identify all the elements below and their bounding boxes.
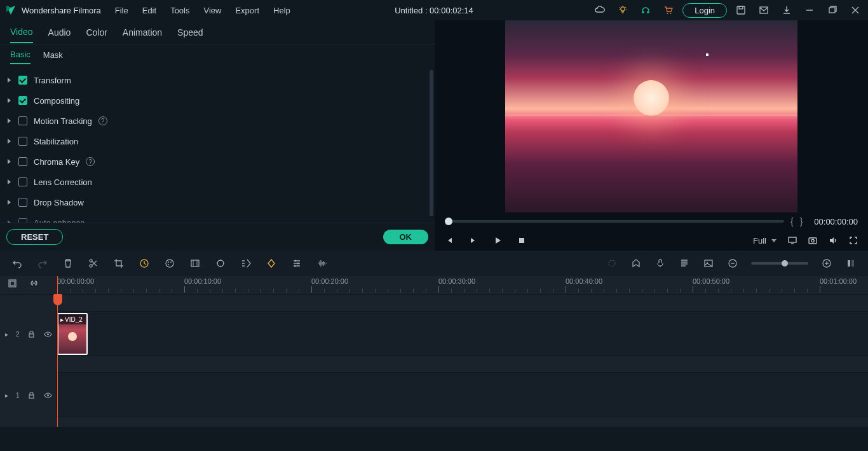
prop-motion-tracking[interactable]: Motion Tracking? bbox=[6, 111, 431, 131]
motion-icon[interactable] bbox=[215, 258, 226, 269]
quality-select[interactable]: Full bbox=[753, 236, 776, 246]
scrub-handle[interactable] bbox=[445, 218, 452, 225]
zoom-in-icon[interactable] bbox=[821, 258, 832, 269]
ok-button[interactable]: OK bbox=[383, 230, 429, 244]
prop-chroma-key[interactable]: Chroma Key? bbox=[6, 151, 431, 172]
menu-export[interactable]: Export bbox=[235, 6, 259, 15]
snapshot-icon[interactable] bbox=[808, 236, 817, 245]
speed-icon[interactable] bbox=[139, 258, 150, 269]
checkbox[interactable] bbox=[18, 157, 27, 166]
step-back-icon[interactable] bbox=[445, 236, 454, 245]
headset-icon[interactable] bbox=[637, 1, 654, 19]
tab-audio[interactable]: Audio bbox=[48, 22, 71, 43]
timeline-ruler[interactable]: 00:00:00:0000:00:10:0000:00:20:0000:00:3… bbox=[0, 276, 868, 295]
video-track-2[interactable]: ▸VID_2 bbox=[56, 312, 868, 356]
undo-icon[interactable] bbox=[11, 258, 23, 269]
zoom-slider[interactable] bbox=[751, 262, 808, 265]
prop-auto-enhance[interactable]: Auto enhance bbox=[6, 212, 431, 223]
prop-lens-correction[interactable]: Lens Correction bbox=[6, 172, 431, 192]
marker-icon[interactable] bbox=[630, 258, 642, 269]
subtab-mask[interactable]: Mask bbox=[43, 46, 63, 64]
subtab-basic[interactable]: Basic bbox=[10, 46, 31, 64]
expand-icon[interactable] bbox=[8, 98, 11, 103]
volume-icon[interactable] bbox=[829, 236, 837, 245]
voiceover-icon[interactable] bbox=[654, 258, 666, 269]
delete-icon[interactable] bbox=[62, 258, 74, 269]
scrollbar[interactable] bbox=[430, 70, 433, 216]
maximize-icon[interactable] bbox=[824, 1, 841, 19]
track-spacer[interactable] bbox=[56, 295, 868, 312]
color-icon[interactable] bbox=[164, 258, 175, 269]
clip[interactable]: ▸VID_2 bbox=[57, 313, 88, 355]
checkbox[interactable] bbox=[18, 198, 27, 207]
menu-view[interactable]: View bbox=[203, 6, 221, 15]
redo-icon[interactable] bbox=[37, 258, 48, 269]
zoom-handle[interactable] bbox=[782, 260, 788, 267]
save-icon[interactable] bbox=[732, 1, 750, 19]
mark-out-icon[interactable]: } bbox=[800, 216, 803, 226]
zoom-fit-icon[interactable] bbox=[845, 258, 857, 269]
split-icon[interactable] bbox=[88, 258, 99, 269]
audio-wave-icon[interactable] bbox=[316, 258, 328, 269]
expand-icon[interactable] bbox=[8, 78, 11, 83]
expand-icon[interactable] bbox=[8, 159, 11, 164]
mixer-icon[interactable] bbox=[679, 258, 690, 269]
picture-icon[interactable] bbox=[703, 258, 714, 269]
render-icon[interactable] bbox=[606, 258, 618, 269]
tab-color[interactable]: Color bbox=[86, 22, 107, 43]
checkbox[interactable] bbox=[18, 218, 27, 223]
eye-icon[interactable] bbox=[44, 330, 53, 338]
lock-icon[interactable] bbox=[27, 330, 36, 338]
preview-viewport[interactable] bbox=[435, 20, 868, 212]
checkbox[interactable] bbox=[18, 76, 27, 85]
expand-icon[interactable] bbox=[8, 220, 11, 223]
menu-tools[interactable]: Tools bbox=[170, 6, 189, 15]
stop-icon[interactable] bbox=[517, 236, 526, 245]
cloud-icon[interactable] bbox=[591, 1, 609, 19]
mail-icon[interactable] bbox=[755, 1, 773, 19]
help-icon[interactable]: ? bbox=[86, 157, 95, 166]
checkbox[interactable] bbox=[18, 137, 27, 146]
minimize-icon[interactable] bbox=[801, 1, 818, 19]
play-icon[interactable] bbox=[493, 236, 502, 245]
zoom-out-icon[interactable] bbox=[727, 258, 738, 269]
close-icon[interactable] bbox=[846, 1, 864, 19]
tab-animation[interactable]: Animation bbox=[123, 22, 162, 43]
checkbox[interactable] bbox=[18, 177, 27, 186]
crop-icon[interactable] bbox=[113, 258, 125, 269]
prop-drop-shadow[interactable]: Drop Shadow bbox=[6, 192, 431, 212]
menu-file[interactable]: File bbox=[115, 6, 128, 15]
eye-icon[interactable] bbox=[44, 391, 53, 399]
track-select-icon[interactable] bbox=[240, 258, 252, 269]
tab-video[interactable]: Video bbox=[10, 22, 33, 43]
scrub-track[interactable] bbox=[445, 220, 784, 223]
adjust-icon[interactable] bbox=[291, 258, 302, 269]
checkbox[interactable] bbox=[18, 96, 27, 105]
expand-icon[interactable] bbox=[8, 139, 11, 144]
step-forward-icon[interactable] bbox=[469, 236, 478, 245]
menu-help[interactable]: Help bbox=[273, 6, 290, 15]
checkbox[interactable] bbox=[18, 116, 27, 125]
playhead-grip[interactable] bbox=[53, 294, 62, 305]
prop-stabilization[interactable]: Stabilization bbox=[6, 131, 431, 151]
green-screen-icon[interactable] bbox=[189, 258, 201, 269]
prop-transform[interactable]: Transform bbox=[6, 70, 431, 90]
menu-edit[interactable]: Edit bbox=[142, 6, 156, 15]
prop-compositing[interactable]: Compositing bbox=[6, 90, 431, 111]
cart-icon[interactable] bbox=[660, 1, 677, 19]
tab-speed[interactable]: Speed bbox=[177, 22, 203, 43]
track-spacer[interactable] bbox=[56, 356, 868, 373]
video-track-1[interactable] bbox=[56, 373, 868, 417]
lock-icon[interactable] bbox=[27, 391, 36, 399]
lightbulb-icon[interactable] bbox=[614, 1, 632, 19]
download-icon[interactable] bbox=[778, 1, 796, 19]
expand-icon[interactable] bbox=[8, 118, 11, 123]
display-icon[interactable] bbox=[788, 236, 797, 245]
help-icon[interactable]: ? bbox=[98, 116, 107, 125]
expand-icon[interactable] bbox=[8, 179, 11, 184]
expand-icon[interactable] bbox=[8, 200, 11, 205]
login-button[interactable]: Login bbox=[682, 3, 727, 18]
fullscreen-icon[interactable] bbox=[849, 236, 858, 245]
keyframe-icon[interactable] bbox=[266, 258, 277, 269]
reset-button[interactable]: RESET bbox=[6, 229, 63, 245]
